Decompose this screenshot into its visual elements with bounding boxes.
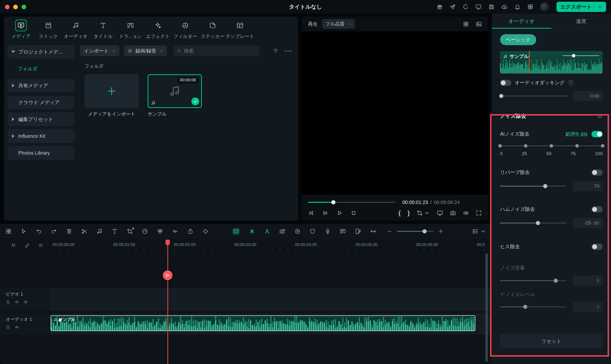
cloud-upload-icon[interactable]	[501, 4, 508, 10]
fullscreen-button[interactable]	[476, 210, 482, 216]
mark-in-button[interactable]: {	[398, 210, 401, 216]
stop-button[interactable]	[350, 210, 357, 216]
sync-icon[interactable]	[462, 4, 469, 10]
timer-button[interactable]	[187, 228, 194, 234]
clip-volume-slider[interactable]	[563, 55, 599, 56]
slider-knob[interactable]	[554, 279, 558, 283]
zoom-slider[interactable]	[397, 231, 434, 232]
ripple-edit-button[interactable]	[370, 228, 376, 234]
background-image-button[interactable]	[476, 21, 482, 27]
hum-value-box[interactable]: -25 dB	[573, 218, 603, 228]
partial-value-box[interactable]: 0.00	[573, 91, 603, 101]
volume-button[interactable]	[463, 210, 469, 216]
send-icon[interactable]	[450, 4, 456, 10]
sidebar-item-edit-presets[interactable]: 編集プリセット	[7, 112, 74, 126]
noise-volume-value-box[interactable]: 5	[573, 275, 603, 286]
help-icon[interactable]: ?	[568, 80, 573, 86]
sidebar-item-influence-kit[interactable]: Influence Kit	[7, 129, 74, 143]
voiceover-button[interactable]	[325, 228, 331, 234]
more-button[interactable]: ⋯	[284, 48, 292, 53]
sidebar-item-cloud-media[interactable]: クラウド メディア	[7, 95, 74, 109]
zoom-button[interactable]	[22, 5, 26, 9]
color-match-button[interactable]	[157, 228, 163, 234]
import-dropdown[interactable]: インポート	[80, 45, 120, 56]
filter-sort-button[interactable]	[273, 48, 279, 54]
hum-toggle[interactable]	[591, 206, 603, 212]
snapshot-button[interactable]	[450, 210, 456, 216]
gift-icon[interactable]	[437, 4, 443, 10]
denoise-slider[interactable]	[500, 306, 567, 307]
avatar[interactable]	[540, 2, 549, 11]
quality-dropdown[interactable]: フル品質	[322, 19, 355, 29]
speech-to-text-button[interactable]	[340, 228, 346, 234]
edit-properties-button[interactable]	[355, 228, 361, 234]
link-clips-button[interactable]	[25, 243, 30, 248]
stabilize-button[interactable]	[309, 228, 316, 234]
previous-frame-button[interactable]	[308, 210, 314, 216]
partial-slider[interactable]	[500, 95, 567, 96]
slider-knob[interactable]	[523, 305, 527, 309]
slider-stop[interactable]	[575, 144, 579, 148]
select-tool-button[interactable]	[21, 228, 27, 234]
redo-button[interactable]	[51, 228, 57, 234]
layout-grid-button[interactable]	[463, 21, 469, 27]
reverb-toggle[interactable]	[591, 169, 603, 176]
slider-knob[interactable]	[536, 221, 540, 225]
next-frame-button[interactable]	[322, 210, 329, 216]
search-input[interactable]	[184, 48, 256, 54]
sidebar-item-shared-media[interactable]: 共有メディア	[7, 79, 74, 92]
tab-stock[interactable]: ストック	[35, 20, 62, 39]
denoise-value-box[interactable]: 3	[573, 302, 603, 312]
lock-track-button[interactable]	[6, 325, 10, 329]
camera-add-button[interactable]	[279, 228, 285, 234]
noise-volume-slider[interactable]	[500, 280, 567, 281]
audio-clip-sample[interactable]: サンプル	[51, 315, 475, 331]
split-at-playhead-button[interactable]	[163, 271, 173, 280]
green-screen-button[interactable]	[232, 227, 240, 235]
tab-titles[interactable]: タイトル	[90, 20, 117, 39]
keyframe-button[interactable]	[202, 228, 209, 234]
reverb-slider[interactable]	[500, 186, 567, 187]
slider-knob[interactable]	[543, 184, 547, 188]
tab-stickers[interactable]: ステッカー	[199, 20, 226, 39]
crop-button[interactable]	[416, 210, 430, 216]
display-icon[interactable]	[475, 4, 482, 10]
slider-knob[interactable]	[499, 94, 504, 98]
save-icon[interactable]	[488, 4, 495, 10]
reverb-value-box[interactable]: 70	[573, 181, 603, 191]
tab-media[interactable]: メディア	[7, 20, 35, 39]
portrait-button[interactable]	[264, 228, 270, 234]
sidebar-item-folder[interactable]: フォルダ	[7, 62, 74, 76]
hiss-toggle[interactable]	[591, 244, 603, 250]
slider-stop[interactable]	[601, 144, 604, 148]
tab-filters[interactable]: フィルター	[172, 20, 199, 39]
audio-clip-preview[interactable]: サンプル	[500, 51, 603, 74]
slider-stop[interactable]	[498, 144, 502, 148]
split-button[interactable]	[81, 228, 88, 234]
import-media-button[interactable]	[85, 74, 139, 108]
tab-audio-settings[interactable]: オーディオ	[492, 14, 551, 29]
tab-templates[interactable]: テンプレート	[226, 20, 254, 39]
tab-effects[interactable]: エフェクト	[144, 20, 172, 39]
export-button[interactable]: エクスポート	[557, 2, 606, 12]
notification-icon[interactable]	[514, 4, 520, 10]
timeline-ruler[interactable]: 00:00:00:00 00:00:01:00 00:00:02:00 00:0…	[51, 239, 492, 252]
audio-track-lane[interactable]: サンプル	[51, 313, 492, 334]
mirror-display-button[interactable]	[437, 210, 443, 216]
timeline-scrollbar[interactable]	[485, 253, 488, 362]
sidebar-item-project-media[interactable]: プロジェクトメデ...	[7, 45, 74, 59]
hum-slider[interactable]	[500, 222, 567, 223]
record-dropdown[interactable]: 録画/録音	[124, 45, 167, 56]
slider-stop[interactable]	[550, 144, 553, 148]
undo-button[interactable]	[36, 228, 42, 234]
lock-track-button[interactable]	[6, 300, 10, 304]
audio-adjust-button[interactable]	[172, 228, 178, 234]
snap-button[interactable]	[11, 243, 16, 248]
sidebar-item-photos-library[interactable]: Photos Library	[7, 146, 74, 160]
track-manager-button[interactable]	[38, 243, 43, 248]
speed-tool-button[interactable]	[142, 228, 148, 234]
mute-track-button[interactable]	[15, 325, 19, 329]
zoom-knob[interactable]	[422, 229, 426, 234]
play-button[interactable]	[336, 210, 343, 216]
freeze-frame-button[interactable]	[249, 228, 255, 234]
